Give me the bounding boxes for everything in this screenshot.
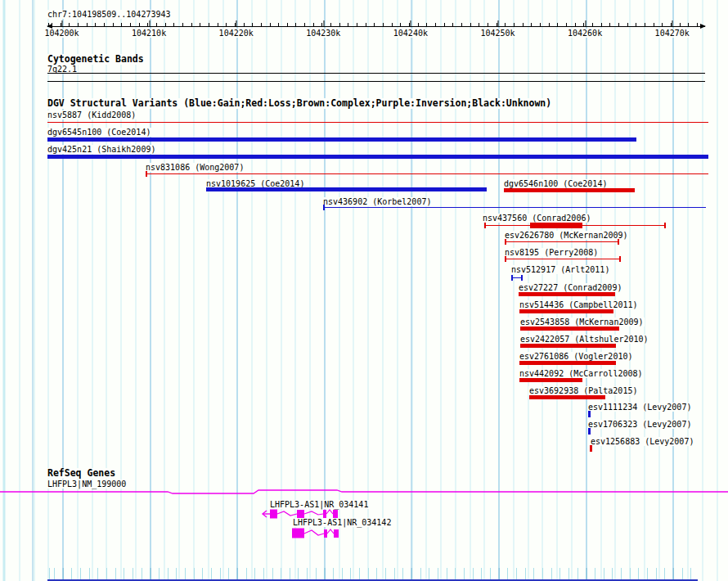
variant-label[interactable]: nsv512917 (Arlt2011) xyxy=(510,265,610,274)
variant-label[interactable]: dgv425n21 (Shaikh2009) xyxy=(47,145,156,154)
variant-label[interactable]: esv2626780 (McKernan2009) xyxy=(504,231,629,240)
variant-label[interactable]: esv2543858 (McKernan2009) xyxy=(519,318,645,327)
variant-bar[interactable] xyxy=(47,137,636,142)
variant-label[interactable]: esv3692938 (Palta2015) xyxy=(528,386,638,395)
variant-label[interactable]: dgv6546n100 (Coe2014) xyxy=(503,179,608,188)
variant-bar[interactable] xyxy=(47,155,708,159)
variant-label[interactable]: esv2761086 (Vogler2010) xyxy=(519,352,633,361)
ruler-tick-label: 104200k xyxy=(43,29,79,38)
variant-point[interactable] xyxy=(588,428,591,435)
variant-bar[interactable] xyxy=(520,327,619,331)
variant-bar[interactable] xyxy=(206,187,487,191)
variant-label[interactable]: esv2422057 (Altshuler2010) xyxy=(519,335,649,344)
refseq-track-header: RefSeq Genes xyxy=(47,468,116,479)
variant-bar[interactable] xyxy=(323,207,706,208)
variant-bar[interactable] xyxy=(519,292,615,296)
variant-label[interactable]: esv27227 (Conrad2009) xyxy=(518,283,622,292)
variant-bar[interactable] xyxy=(519,378,582,382)
variant-bar[interactable] xyxy=(529,395,605,399)
ruler-tick-label: 104270k xyxy=(654,29,690,38)
variant-bar[interactable] xyxy=(146,173,708,174)
gene-structure-nr034142[interactable] xyxy=(290,527,343,540)
ruler-tick-label: 104210k xyxy=(131,29,167,38)
variant-bar[interactable] xyxy=(484,225,666,226)
gene-label[interactable]: LHFPL3-AS1|NR_034142 xyxy=(292,518,392,527)
cytogenetic-band-box[interactable] xyxy=(47,73,705,82)
variant-bar[interactable] xyxy=(519,309,613,313)
ruler-tick-label: 104250k xyxy=(479,29,515,38)
variant-label[interactable]: nsv8195 (Perry2008) xyxy=(504,248,599,257)
cytogenetic-bands-header: Cytogenetic Bands xyxy=(47,54,145,65)
variant-label[interactable]: dgv6545n100 (Coe2014) xyxy=(47,128,151,137)
variant-label[interactable]: nsv5887 (Kidd2008) xyxy=(47,110,137,119)
variant-label[interactable]: esv1111234 (Levy2007) xyxy=(587,403,692,412)
variant-bar[interactable] xyxy=(504,188,635,192)
variant-point[interactable] xyxy=(590,445,592,452)
variant-bar[interactable] xyxy=(505,241,619,242)
variant-label[interactable]: nsv514436 (Campbell2011) xyxy=(519,300,639,309)
variant-bar[interactable] xyxy=(47,122,708,123)
variant-label[interactable]: nsv437560 (Conrad2006) xyxy=(482,214,591,223)
ruler-tick-label: 104220k xyxy=(218,29,254,38)
gene-lhfpl3-intron-line[interactable] xyxy=(0,488,728,496)
variant-point[interactable] xyxy=(588,411,591,417)
ruler-tick-label: 104240k xyxy=(393,29,429,38)
ruler-tick-label: 104230k xyxy=(305,29,341,38)
variant-inner-range xyxy=(530,223,582,228)
region-title: chr7:104198509..104273943 xyxy=(47,10,172,19)
variant-label[interactable]: esv1256883 (Levy2007) xyxy=(590,437,694,446)
variant-bar[interactable] xyxy=(505,259,621,259)
variant-label[interactable]: nsv442092 (McCarroll2008) xyxy=(519,369,644,378)
ruler-tick-label: 104260k xyxy=(567,29,603,38)
variant-label[interactable]: esv1706323 (Levy2007) xyxy=(587,420,692,429)
ruler-line xyxy=(47,26,705,27)
variant-label[interactable]: nsv436902 (Korbel2007) xyxy=(322,197,432,206)
variant-label[interactable]: nsv831086 (Wong2007) xyxy=(145,163,245,172)
variant-bar[interactable] xyxy=(519,361,616,365)
variant-bar[interactable] xyxy=(520,344,616,348)
variant-bar[interactable] xyxy=(511,277,523,278)
bottom-ruler xyxy=(47,568,698,581)
dgv-track-header: DGV Structural Variants (Blue:Gain;Red:L… xyxy=(47,98,552,109)
